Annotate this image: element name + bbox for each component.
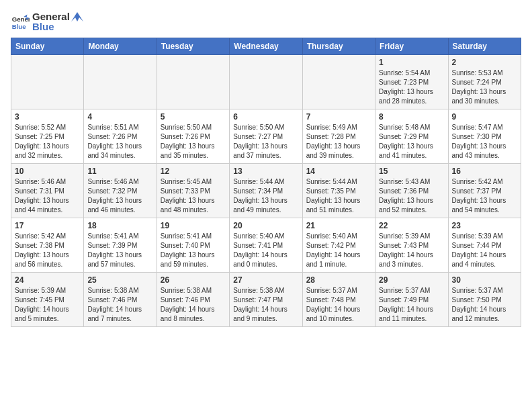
- day-number: 23: [452, 221, 517, 230]
- weekday-header-friday: Friday: [375, 38, 448, 55]
- calendar-cell: 26Sunrise: 5:38 AM Sunset: 7:46 PM Dayli…: [157, 273, 229, 327]
- day-number: 22: [379, 221, 444, 230]
- day-info: Sunrise: 5:46 AM Sunset: 7:31 PM Dayligh…: [15, 177, 80, 215]
- calendar-cell: 12Sunrise: 5:45 AM Sunset: 7:33 PM Dayli…: [157, 164, 229, 218]
- week-row-1: 1Sunrise: 5:54 AM Sunset: 7:23 PM Daylig…: [11, 55, 521, 109]
- day-info: Sunrise: 5:38 AM Sunset: 7:46 PM Dayligh…: [161, 286, 226, 324]
- day-number: 7: [306, 112, 371, 122]
- svg-text:Blue: Blue: [12, 23, 26, 30]
- calendar: SundayMondayTuesdayWednesdayThursdayFrid…: [11, 38, 521, 327]
- logo-icon: General Blue: [11, 12, 30, 31]
- calendar-cell: 25Sunrise: 5:38 AM Sunset: 7:46 PM Dayli…: [84, 273, 157, 327]
- day-number: 10: [15, 167, 80, 176]
- calendar-cell: 28Sunrise: 5:37 AM Sunset: 7:48 PM Dayli…: [302, 273, 375, 327]
- day-info: Sunrise: 5:37 AM Sunset: 7:50 PM Dayligh…: [452, 286, 517, 324]
- day-info: Sunrise: 5:47 AM Sunset: 7:30 PM Dayligh…: [452, 123, 517, 161]
- calendar-cell: [11, 55, 84, 109]
- calendar-cell: 29Sunrise: 5:37 AM Sunset: 7:49 PM Dayli…: [375, 273, 448, 327]
- day-number: 29: [379, 275, 444, 285]
- calendar-cell: 16Sunrise: 5:42 AM Sunset: 7:37 PM Dayli…: [448, 164, 521, 218]
- day-info: Sunrise: 5:42 AM Sunset: 7:38 PM Dayligh…: [15, 232, 80, 269]
- calendar-cell: [302, 55, 375, 109]
- day-number: 25: [87, 275, 152, 285]
- day-info: Sunrise: 5:40 AM Sunset: 7:41 PM Dayligh…: [233, 232, 298, 269]
- day-number: 24: [15, 275, 80, 285]
- day-info: Sunrise: 5:46 AM Sunset: 7:32 PM Dayligh…: [87, 177, 152, 215]
- day-info: Sunrise: 5:39 AM Sunset: 7:43 PM Dayligh…: [379, 232, 444, 269]
- calendar-cell: 5Sunrise: 5:50 AM Sunset: 7:26 PM Daylig…: [157, 109, 229, 164]
- calendar-cell: 18Sunrise: 5:41 AM Sunset: 7:39 PM Dayli…: [84, 218, 157, 273]
- calendar-cell: 10Sunrise: 5:46 AM Sunset: 7:31 PM Dayli…: [11, 164, 84, 218]
- calendar-cell: 11Sunrise: 5:46 AM Sunset: 7:32 PM Dayli…: [84, 164, 157, 218]
- day-info: Sunrise: 5:44 AM Sunset: 7:34 PM Dayligh…: [233, 177, 298, 215]
- day-info: Sunrise: 5:38 AM Sunset: 7:47 PM Dayligh…: [233, 286, 298, 324]
- day-info: Sunrise: 5:45 AM Sunset: 7:33 PM Dayligh…: [161, 177, 226, 215]
- day-number: 5: [161, 112, 226, 122]
- calendar-cell: 3Sunrise: 5:52 AM Sunset: 7:25 PM Daylig…: [11, 109, 84, 164]
- calendar-cell: [157, 55, 229, 109]
- day-info: Sunrise: 5:54 AM Sunset: 7:23 PM Dayligh…: [379, 68, 444, 106]
- logo-blue: Blue: [32, 21, 83, 32]
- calendar-cell: 23Sunrise: 5:39 AM Sunset: 7:44 PM Dayli…: [448, 218, 521, 273]
- week-row-3: 10Sunrise: 5:46 AM Sunset: 7:31 PM Dayli…: [11, 164, 521, 218]
- day-info: Sunrise: 5:41 AM Sunset: 7:39 PM Dayligh…: [87, 232, 152, 269]
- week-row-5: 24Sunrise: 5:39 AM Sunset: 7:45 PM Dayli…: [11, 273, 521, 327]
- day-info: Sunrise: 5:51 AM Sunset: 7:26 PM Dayligh…: [87, 123, 152, 161]
- weekday-header-sunday: Sunday: [11, 38, 84, 55]
- day-number: 15: [379, 167, 444, 176]
- calendar-cell: 6Sunrise: 5:50 AM Sunset: 7:27 PM Daylig…: [230, 109, 302, 164]
- weekday-header-tuesday: Tuesday: [157, 38, 229, 55]
- day-number: 12: [161, 167, 226, 176]
- calendar-cell: 7Sunrise: 5:49 AM Sunset: 7:28 PM Daylig…: [302, 109, 375, 164]
- day-number: 11: [87, 167, 152, 176]
- day-info: Sunrise: 5:38 AM Sunset: 7:46 PM Dayligh…: [87, 286, 152, 324]
- day-number: 21: [306, 221, 371, 230]
- calendar-cell: 20Sunrise: 5:40 AM Sunset: 7:41 PM Dayli…: [230, 218, 302, 273]
- day-info: Sunrise: 5:41 AM Sunset: 7:40 PM Dayligh…: [161, 232, 226, 269]
- calendar-cell: 4Sunrise: 5:51 AM Sunset: 7:26 PM Daylig…: [84, 109, 157, 164]
- day-number: 20: [233, 221, 298, 230]
- day-number: 17: [15, 221, 80, 230]
- logo: General Blue General Blue: [11, 11, 83, 32]
- day-info: Sunrise: 5:40 AM Sunset: 7:42 PM Dayligh…: [306, 232, 371, 269]
- day-info: Sunrise: 5:37 AM Sunset: 7:48 PM Dayligh…: [306, 286, 371, 324]
- day-info: Sunrise: 5:50 AM Sunset: 7:26 PM Dayligh…: [161, 123, 226, 161]
- week-row-4: 17Sunrise: 5:42 AM Sunset: 7:38 PM Dayli…: [11, 218, 521, 273]
- calendar-cell: 2Sunrise: 5:53 AM Sunset: 7:24 PM Daylig…: [448, 55, 521, 109]
- calendar-cell: 19Sunrise: 5:41 AM Sunset: 7:40 PM Dayli…: [157, 218, 229, 273]
- day-number: 4: [87, 112, 152, 122]
- calendar-cell: 21Sunrise: 5:40 AM Sunset: 7:42 PM Dayli…: [302, 218, 375, 273]
- weekday-header-thursday: Thursday: [302, 38, 375, 55]
- day-number: 8: [379, 112, 444, 122]
- day-number: 6: [233, 112, 298, 122]
- day-number: 1: [379, 58, 444, 67]
- day-info: Sunrise: 5:48 AM Sunset: 7:29 PM Dayligh…: [379, 123, 444, 161]
- calendar-cell: 24Sunrise: 5:39 AM Sunset: 7:45 PM Dayli…: [11, 273, 84, 327]
- day-number: 2: [452, 58, 517, 67]
- day-number: 27: [233, 275, 298, 285]
- day-info: Sunrise: 5:42 AM Sunset: 7:37 PM Dayligh…: [452, 177, 517, 215]
- day-number: 30: [452, 275, 517, 285]
- day-number: 16: [452, 167, 517, 176]
- calendar-cell: [84, 55, 157, 109]
- day-info: Sunrise: 5:49 AM Sunset: 7:28 PM Dayligh…: [306, 123, 371, 161]
- calendar-cell: 8Sunrise: 5:48 AM Sunset: 7:29 PM Daylig…: [375, 109, 448, 164]
- calendar-cell: 15Sunrise: 5:43 AM Sunset: 7:36 PM Dayli…: [375, 164, 448, 218]
- day-info: Sunrise: 5:43 AM Sunset: 7:36 PM Dayligh…: [379, 177, 444, 215]
- day-number: 3: [15, 112, 80, 122]
- weekday-header-saturday: Saturday: [448, 38, 521, 55]
- logo-arrow-icon: [71, 12, 83, 21]
- day-number: 14: [306, 167, 371, 176]
- day-info: Sunrise: 5:50 AM Sunset: 7:27 PM Dayligh…: [233, 123, 298, 161]
- calendar-cell: 27Sunrise: 5:38 AM Sunset: 7:47 PM Dayli…: [230, 273, 302, 327]
- calendar-cell: 13Sunrise: 5:44 AM Sunset: 7:34 PM Dayli…: [230, 164, 302, 218]
- calendar-cell: 1Sunrise: 5:54 AM Sunset: 7:23 PM Daylig…: [375, 55, 448, 109]
- day-number: 26: [161, 275, 226, 285]
- day-info: Sunrise: 5:52 AM Sunset: 7:25 PM Dayligh…: [15, 123, 80, 161]
- calendar-cell: 30Sunrise: 5:37 AM Sunset: 7:50 PM Dayli…: [448, 273, 521, 327]
- weekday-header-row: SundayMondayTuesdayWednesdayThursdayFrid…: [11, 38, 521, 55]
- header: General Blue General Blue: [11, 11, 521, 32]
- day-number: 19: [161, 221, 226, 230]
- day-info: Sunrise: 5:53 AM Sunset: 7:24 PM Dayligh…: [452, 68, 517, 106]
- day-number: 18: [87, 221, 152, 230]
